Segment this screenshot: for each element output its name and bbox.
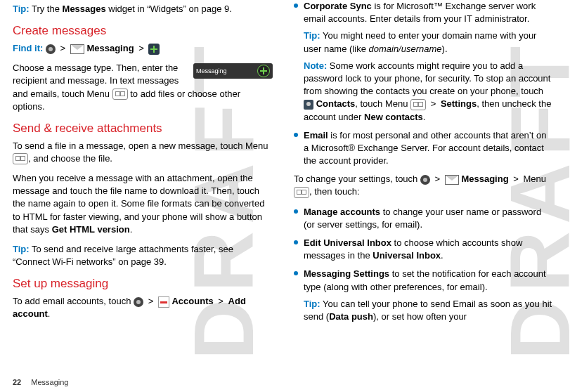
heading-setup-messaging: Set up messaging — [13, 275, 273, 292]
data-push-label: Data push — [329, 311, 373, 322]
text: widget in “Widgets” on page 9. — [106, 4, 232, 14]
bullet-list: Manage accounts to change your user name… — [294, 206, 554, 324]
bold-text: Get HTML version — [52, 224, 130, 235]
universal-inbox-label: Universal Inbox — [373, 250, 441, 261]
widget-label: Messaging — [196, 67, 257, 76]
paragraph: To add email accounts, touch > Accounts … — [13, 295, 273, 320]
envelope-icon — [445, 175, 459, 185]
tip-paragraph: Tip: You can tell your phone to send Ema… — [304, 298, 554, 323]
list-item: Edit Universal Inbox to choose which acc… — [294, 237, 554, 262]
envelope-icon — [70, 44, 84, 54]
note-label: Note: — [304, 60, 327, 71]
tip-label: Tip: — [13, 244, 30, 254]
tip-paragraph: Tip: Try the Messages widget in “Widgets… — [13, 3, 273, 15]
text: ), or set how often your — [373, 311, 467, 322]
messaging-label: Messaging — [86, 43, 134, 53]
accounts-icon — [158, 296, 169, 308]
find-it-line: Find it: > Messaging > — [13, 42, 273, 55]
item-title: Corporate Sync — [304, 1, 372, 11]
list-item: Email is for most personal and other acc… — [294, 129, 554, 168]
item-title: Manage accounts — [304, 207, 380, 217]
text: ). — [442, 44, 448, 54]
left-column: Tip: Try the Messages widget in “Widgets… — [13, 0, 273, 329]
home-icon — [420, 175, 430, 185]
tip-label: Tip: — [304, 30, 320, 41]
messaging-widget: Messaging — [193, 63, 273, 79]
content-columns: Tip: Try the Messages widget in “Widgets… — [0, 0, 570, 329]
plus-icon — [148, 44, 160, 55]
menu-icon — [410, 99, 426, 110]
settings-label: Settings — [441, 98, 477, 109]
heading-send-receive: Send & receive attachments — [13, 120, 273, 137]
paragraph: When you receive a message with an attac… — [13, 172, 273, 236]
widget-plus-icon — [257, 65, 270, 77]
chevron: > — [431, 98, 436, 109]
text: To change your settings, touch — [294, 174, 420, 184]
chevron: > — [138, 43, 144, 53]
chevron: > — [60, 43, 66, 53]
tip-paragraph: Tip: You might need to enter your domain… — [304, 30, 554, 55]
new-contacts-label: New contacts — [364, 112, 423, 122]
accounts-label: Accounts — [171, 296, 213, 306]
text: When you receive a message with an attac… — [13, 173, 264, 235]
paragraph: To change your settings, touch > Messagi… — [294, 173, 554, 198]
tip-label: Tip: — [13, 4, 30, 14]
contacts-label: Contacts — [316, 98, 356, 109]
widget-name: Messages — [63, 4, 106, 14]
messaging-label: Messaging — [461, 174, 508, 184]
chevron: > — [513, 174, 519, 184]
text: . — [48, 308, 51, 319]
text: To send and receive large attachments fa… — [13, 244, 233, 267]
page-footer: 22Messaging — [13, 377, 68, 388]
home-icon — [134, 297, 143, 307]
list-item: Corporate Sync is for Microsoft™ Exchang… — [294, 0, 554, 124]
heading-create-messages: Create messages — [13, 22, 273, 39]
menu-icon — [112, 89, 128, 100]
item-title: Email — [304, 130, 328, 141]
text: Try the — [30, 4, 63, 14]
chevron: > — [435, 174, 441, 184]
tip-paragraph: Tip: To send and receive large attachmen… — [13, 243, 273, 268]
right-column: Corporate Sync is for Microsoft™ Exchang… — [294, 0, 554, 329]
text: . — [441, 250, 443, 261]
item-title: Edit Universal Inbox — [304, 237, 391, 248]
menu-icon — [13, 153, 28, 164]
find-it-label: Find it: — [13, 43, 43, 53]
item-title: Messaging Settings — [304, 268, 389, 279]
text: To add email accounts, touch — [13, 296, 134, 306]
text: , touch Menu — [355, 98, 410, 109]
page-number: 22 — [13, 378, 21, 386]
footer-section: Messaging — [31, 378, 68, 386]
bullet-list: Corporate Sync is for Microsoft™ Exchang… — [294, 0, 554, 167]
chevron: > — [218, 296, 224, 306]
paragraph: To send a file in a message, open a new … — [13, 140, 273, 165]
chevron: > — [148, 296, 154, 306]
note-paragraph: Note: Some work accounts might require y… — [304, 60, 554, 124]
text: To send a file in a message, open a new … — [13, 141, 268, 151]
list-item: Messaging Settings to set the notificati… — [294, 268, 554, 323]
text: , and choose the file. — [28, 153, 112, 164]
text: is for most personal and other accounts … — [304, 130, 546, 166]
contacts-icon — [304, 100, 313, 110]
menu-icon — [294, 187, 309, 198]
tip-label: Tip: — [304, 299, 320, 309]
text: . — [130, 224, 133, 235]
italic-text: domain/username — [368, 44, 441, 54]
text: Menu — [521, 174, 546, 184]
text: , then touch: — [309, 186, 360, 197]
home-icon — [46, 44, 56, 54]
list-item: Manage accounts to change your user name… — [294, 206, 554, 231]
text: Some work accounts might require you to … — [304, 60, 550, 96]
text: . — [423, 112, 426, 122]
